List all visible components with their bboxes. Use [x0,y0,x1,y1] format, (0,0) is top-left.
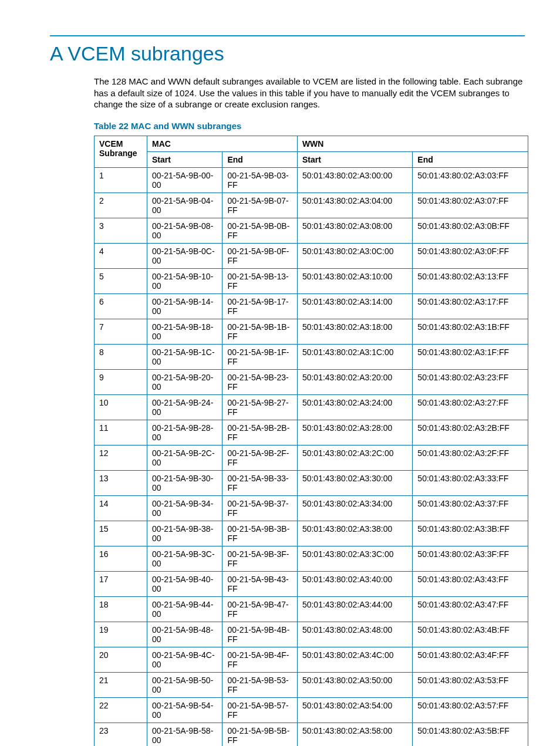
table-row: 1500-21-5A-9B-38-0000-21-5A-9B-3B-FF50:0… [95,521,528,546]
wwn-end-cell: 50:01:43:80:02:A3:13:FF [413,268,528,293]
subrange-cell: 22 [95,697,147,723]
subrange-cell: 23 [95,723,147,746]
col-header-subrange: VCEM Subrange [95,136,147,167]
table-row: 100-21-5A-9B-00-0000-21-5A-9B-03-FF50:01… [95,167,528,193]
mac-end-cell: 00-21-5A-9B-57-FF [222,697,297,723]
mac-end-cell: 00-21-5A-9B-4B-FF [222,622,297,647]
mac-end-cell: 00-21-5A-9B-43-FF [222,571,297,596]
wwn-start-cell: 50:01:43:80:02:A3:54:00 [297,697,412,723]
table-row: 500-21-5A-9B-10-0000-21-5A-9B-13-FF50:01… [95,268,528,293]
wwn-start-cell: 50:01:43:80:02:A3:3C:00 [297,546,412,571]
mac-end-cell: 00-21-5A-9B-1B-FF [222,319,297,344]
mac-end-cell: 00-21-5A-9B-53-FF [222,672,297,697]
subrange-cell: 7 [95,319,147,344]
table-row: 800-21-5A-9B-1C-0000-21-5A-9B-1F-FF50:01… [95,344,528,369]
mac-end-cell: 00-21-5A-9B-0F-FF [222,243,297,268]
mac-end-cell: 00-21-5A-9B-27-FF [222,394,297,420]
subrange-cell: 21 [95,672,147,697]
subrange-cell: 17 [95,571,147,596]
mac-end-cell: 00-21-5A-9B-3F-FF [222,546,297,571]
wwn-start-cell: 50:01:43:80:02:A3:50:00 [297,672,412,697]
wwn-end-cell: 50:01:43:80:02:A3:27:FF [413,394,528,420]
wwn-end-cell: 50:01:43:80:02:A3:57:FF [413,697,528,723]
subrange-cell: 19 [95,622,147,647]
wwn-start-cell: 50:01:43:80:02:A3:40:00 [297,571,412,596]
mac-end-cell: 00-21-5A-9B-47-FF [222,596,297,622]
table-row: 600-21-5A-9B-14-0000-21-5A-9B-17-FF50:01… [95,293,528,319]
subrange-cell: 13 [95,470,147,495]
subrange-cell: 4 [95,243,147,268]
mac-start-cell: 00-21-5A-9B-48-00 [147,622,222,647]
mac-end-cell: 00-21-5A-9B-2B-FF [222,420,297,445]
wwn-end-cell: 50:01:43:80:02:A3:33:FF [413,470,528,495]
table-row: 1700-21-5A-9B-40-0000-21-5A-9B-43-FF50:0… [95,571,528,596]
mac-end-cell: 00-21-5A-9B-5B-FF [222,723,297,746]
wwn-end-cell: 50:01:43:80:02:A3:23:FF [413,369,528,394]
table-row: 900-21-5A-9B-20-0000-21-5A-9B-23-FF50:01… [95,369,528,394]
page-title: A VCEM subranges [50,42,525,65]
subrange-cell: 2 [95,193,147,218]
subrange-cell: 14 [95,495,147,521]
wwn-start-cell: 50:01:43:80:02:A3:00:00 [297,167,412,193]
wwn-start-cell: 50:01:43:80:02:A3:08:00 [297,218,412,243]
table-row: 1900-21-5A-9B-48-0000-21-5A-9B-4B-FF50:0… [95,622,528,647]
wwn-start-cell: 50:01:43:80:02:A3:58:00 [297,723,412,746]
mac-start-cell: 00-21-5A-9B-4C-00 [147,647,222,672]
wwn-start-cell: 50:01:43:80:02:A3:44:00 [297,596,412,622]
wwn-end-cell: 50:01:43:80:02:A3:47:FF [413,596,528,622]
table-row: 1600-21-5A-9B-3C-0000-21-5A-9B-3F-FF50:0… [95,546,528,571]
mac-start-cell: 00-21-5A-9B-10-00 [147,268,222,293]
mac-end-cell: 00-21-5A-9B-03-FF [222,167,297,193]
mac-end-cell: 00-21-5A-9B-33-FF [222,470,297,495]
mac-start-cell: 00-21-5A-9B-50-00 [147,672,222,697]
table-row: 300-21-5A-9B-08-0000-21-5A-9B-0B-FF50:01… [95,218,528,243]
table-row: 2100-21-5A-9B-50-0000-21-5A-9B-53-FF50:0… [95,672,528,697]
wwn-end-cell: 50:01:43:80:02:A3:0F:FF [413,243,528,268]
col-header-wwn: WWN [297,136,528,151]
subrange-cell: 10 [95,394,147,420]
subrange-cell: 1 [95,167,147,193]
mac-start-cell: 00-21-5A-9B-00-00 [147,167,222,193]
wwn-end-cell: 50:01:43:80:02:A3:0B:FF [413,218,528,243]
subrange-cell: 11 [95,420,147,445]
col-header-mac-start: Start [147,151,222,167]
subrange-cell: 12 [95,445,147,470]
wwn-end-cell: 50:01:43:80:02:A3:17:FF [413,293,528,319]
wwn-end-cell: 50:01:43:80:02:A3:1F:FF [413,344,528,369]
col-header-mac: MAC [147,136,298,151]
table-row: 400-21-5A-9B-0C-0000-21-5A-9B-0F-FF50:01… [95,243,528,268]
mac-start-cell: 00-21-5A-9B-44-00 [147,596,222,622]
table-row: 2300-21-5A-9B-58-0000-21-5A-9B-5B-FF50:0… [95,723,528,746]
col-header-wwn-start: Start [297,151,412,167]
wwn-end-cell: 50:01:43:80:02:A3:37:FF [413,495,528,521]
wwn-start-cell: 50:01:43:80:02:A3:14:00 [297,293,412,319]
wwn-end-cell: 50:01:43:80:02:A3:5B:FF [413,723,528,746]
mac-start-cell: 00-21-5A-9B-14-00 [147,293,222,319]
mac-start-cell: 00-21-5A-9B-30-00 [147,470,222,495]
subrange-cell: 5 [95,268,147,293]
mac-start-cell: 00-21-5A-9B-28-00 [147,420,222,445]
subrange-cell: 8 [95,344,147,369]
wwn-end-cell: 50:01:43:80:02:A3:07:FF [413,193,528,218]
mac-end-cell: 00-21-5A-9B-07-FF [222,193,297,218]
mac-start-cell: 00-21-5A-9B-34-00 [147,495,222,521]
mac-end-cell: 00-21-5A-9B-0B-FF [222,218,297,243]
wwn-start-cell: 50:01:43:80:02:A3:28:00 [297,420,412,445]
wwn-end-cell: 50:01:43:80:02:A3:3F:FF [413,546,528,571]
mac-end-cell: 00-21-5A-9B-3B-FF [222,521,297,546]
mac-start-cell: 00-21-5A-9B-38-00 [147,521,222,546]
wwn-end-cell: 50:01:43:80:02:A3:4F:FF [413,647,528,672]
mac-start-cell: 00-21-5A-9B-20-00 [147,369,222,394]
table-row: 200-21-5A-9B-04-0000-21-5A-9B-07-FF50:01… [95,193,528,218]
mac-end-cell: 00-21-5A-9B-2F-FF [222,445,297,470]
table-row: 2000-21-5A-9B-4C-0000-21-5A-9B-4F-FF50:0… [95,647,528,672]
mac-start-cell: 00-21-5A-9B-18-00 [147,319,222,344]
mac-end-cell: 00-21-5A-9B-1F-FF [222,344,297,369]
table-row: 1200-21-5A-9B-2C-0000-21-5A-9B-2F-FF50:0… [95,445,528,470]
mac-end-cell: 00-21-5A-9B-13-FF [222,268,297,293]
subrange-cell: 18 [95,596,147,622]
mac-start-cell: 00-21-5A-9B-2C-00 [147,445,222,470]
mac-start-cell: 00-21-5A-9B-58-00 [147,723,222,746]
wwn-start-cell: 50:01:43:80:02:A3:30:00 [297,470,412,495]
mac-end-cell: 00-21-5A-9B-4F-FF [222,647,297,672]
